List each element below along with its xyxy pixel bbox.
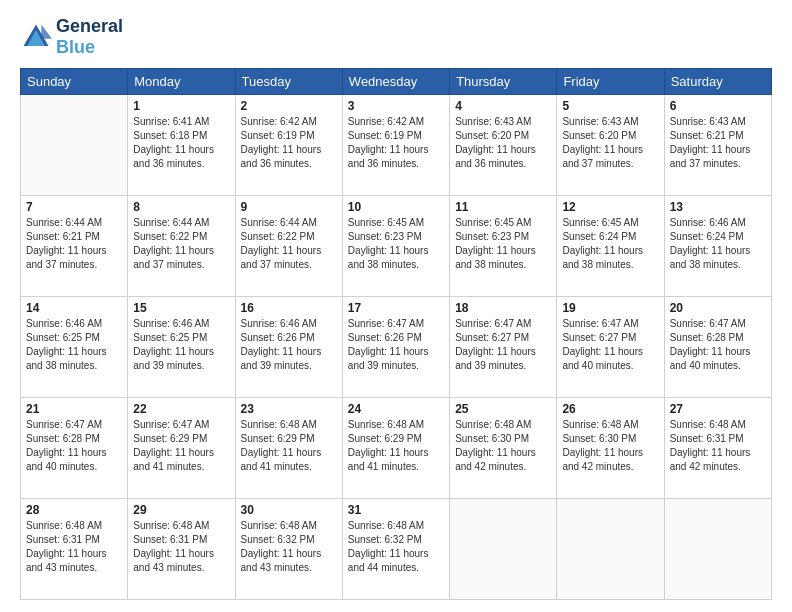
cell-info: Sunrise: 6:43 AM Sunset: 6:21 PM Dayligh… <box>670 115 766 171</box>
calendar-cell: 24Sunrise: 6:48 AM Sunset: 6:29 PM Dayli… <box>342 398 449 499</box>
calendar-header-row: SundayMondayTuesdayWednesdayThursdayFrid… <box>21 69 772 95</box>
day-number: 12 <box>562 200 658 214</box>
cell-info: Sunrise: 6:48 AM Sunset: 6:30 PM Dayligh… <box>455 418 551 474</box>
calendar-cell: 27Sunrise: 6:48 AM Sunset: 6:31 PM Dayli… <box>664 398 771 499</box>
cell-info: Sunrise: 6:48 AM Sunset: 6:32 PM Dayligh… <box>348 519 444 575</box>
calendar-cell: 23Sunrise: 6:48 AM Sunset: 6:29 PM Dayli… <box>235 398 342 499</box>
calendar-cell <box>21 95 128 196</box>
day-number: 18 <box>455 301 551 315</box>
weekday-header: Thursday <box>450 69 557 95</box>
day-number: 4 <box>455 99 551 113</box>
cell-info: Sunrise: 6:47 AM Sunset: 6:28 PM Dayligh… <box>670 317 766 373</box>
day-number: 6 <box>670 99 766 113</box>
cell-info: Sunrise: 6:48 AM Sunset: 6:31 PM Dayligh… <box>670 418 766 474</box>
cell-info: Sunrise: 6:45 AM Sunset: 6:23 PM Dayligh… <box>348 216 444 272</box>
calendar-cell <box>450 499 557 600</box>
cell-info: Sunrise: 6:48 AM Sunset: 6:31 PM Dayligh… <box>133 519 229 575</box>
calendar-cell: 18Sunrise: 6:47 AM Sunset: 6:27 PM Dayli… <box>450 297 557 398</box>
day-number: 15 <box>133 301 229 315</box>
calendar-week-row: 1Sunrise: 6:41 AM Sunset: 6:18 PM Daylig… <box>21 95 772 196</box>
cell-info: Sunrise: 6:48 AM Sunset: 6:30 PM Dayligh… <box>562 418 658 474</box>
calendar-cell: 7Sunrise: 6:44 AM Sunset: 6:21 PM Daylig… <box>21 196 128 297</box>
day-number: 27 <box>670 402 766 416</box>
cell-info: Sunrise: 6:48 AM Sunset: 6:29 PM Dayligh… <box>348 418 444 474</box>
calendar-cell <box>664 499 771 600</box>
calendar-cell: 10Sunrise: 6:45 AM Sunset: 6:23 PM Dayli… <box>342 196 449 297</box>
cell-info: Sunrise: 6:47 AM Sunset: 6:26 PM Dayligh… <box>348 317 444 373</box>
day-number: 23 <box>241 402 337 416</box>
cell-info: Sunrise: 6:44 AM Sunset: 6:22 PM Dayligh… <box>241 216 337 272</box>
calendar-cell: 28Sunrise: 6:48 AM Sunset: 6:31 PM Dayli… <box>21 499 128 600</box>
logo-text: General Blue <box>56 16 123 58</box>
calendar-cell: 20Sunrise: 6:47 AM Sunset: 6:28 PM Dayli… <box>664 297 771 398</box>
day-number: 14 <box>26 301 122 315</box>
day-number: 21 <box>26 402 122 416</box>
calendar-cell: 5Sunrise: 6:43 AM Sunset: 6:20 PM Daylig… <box>557 95 664 196</box>
calendar-cell: 21Sunrise: 6:47 AM Sunset: 6:28 PM Dayli… <box>21 398 128 499</box>
cell-info: Sunrise: 6:48 AM Sunset: 6:31 PM Dayligh… <box>26 519 122 575</box>
day-number: 1 <box>133 99 229 113</box>
svg-marker-2 <box>41 25 52 39</box>
cell-info: Sunrise: 6:48 AM Sunset: 6:29 PM Dayligh… <box>241 418 337 474</box>
calendar-cell: 2Sunrise: 6:42 AM Sunset: 6:19 PM Daylig… <box>235 95 342 196</box>
weekday-header: Monday <box>128 69 235 95</box>
weekday-header: Saturday <box>664 69 771 95</box>
day-number: 30 <box>241 503 337 517</box>
calendar-cell: 1Sunrise: 6:41 AM Sunset: 6:18 PM Daylig… <box>128 95 235 196</box>
calendar-cell: 25Sunrise: 6:48 AM Sunset: 6:30 PM Dayli… <box>450 398 557 499</box>
cell-info: Sunrise: 6:43 AM Sunset: 6:20 PM Dayligh… <box>562 115 658 171</box>
cell-info: Sunrise: 6:47 AM Sunset: 6:27 PM Dayligh… <box>562 317 658 373</box>
day-number: 16 <box>241 301 337 315</box>
cell-info: Sunrise: 6:44 AM Sunset: 6:21 PM Dayligh… <box>26 216 122 272</box>
day-number: 19 <box>562 301 658 315</box>
calendar-cell: 30Sunrise: 6:48 AM Sunset: 6:32 PM Dayli… <box>235 499 342 600</box>
calendar-cell: 16Sunrise: 6:46 AM Sunset: 6:26 PM Dayli… <box>235 297 342 398</box>
day-number: 29 <box>133 503 229 517</box>
day-number: 3 <box>348 99 444 113</box>
day-number: 11 <box>455 200 551 214</box>
cell-info: Sunrise: 6:47 AM Sunset: 6:28 PM Dayligh… <box>26 418 122 474</box>
calendar-cell: 6Sunrise: 6:43 AM Sunset: 6:21 PM Daylig… <box>664 95 771 196</box>
calendar-cell: 17Sunrise: 6:47 AM Sunset: 6:26 PM Dayli… <box>342 297 449 398</box>
header: General Blue <box>20 16 772 58</box>
day-number: 31 <box>348 503 444 517</box>
day-number: 22 <box>133 402 229 416</box>
cell-info: Sunrise: 6:43 AM Sunset: 6:20 PM Dayligh… <box>455 115 551 171</box>
day-number: 26 <box>562 402 658 416</box>
day-number: 7 <box>26 200 122 214</box>
calendar-week-row: 14Sunrise: 6:46 AM Sunset: 6:25 PM Dayli… <box>21 297 772 398</box>
day-number: 28 <box>26 503 122 517</box>
calendar-week-row: 21Sunrise: 6:47 AM Sunset: 6:28 PM Dayli… <box>21 398 772 499</box>
calendar-cell: 14Sunrise: 6:46 AM Sunset: 6:25 PM Dayli… <box>21 297 128 398</box>
cell-info: Sunrise: 6:42 AM Sunset: 6:19 PM Dayligh… <box>241 115 337 171</box>
calendar-cell: 11Sunrise: 6:45 AM Sunset: 6:23 PM Dayli… <box>450 196 557 297</box>
day-number: 13 <box>670 200 766 214</box>
weekday-header: Tuesday <box>235 69 342 95</box>
cell-info: Sunrise: 6:47 AM Sunset: 6:27 PM Dayligh… <box>455 317 551 373</box>
calendar-cell <box>557 499 664 600</box>
day-number: 25 <box>455 402 551 416</box>
day-number: 2 <box>241 99 337 113</box>
cell-info: Sunrise: 6:44 AM Sunset: 6:22 PM Dayligh… <box>133 216 229 272</box>
day-number: 5 <box>562 99 658 113</box>
day-number: 9 <box>241 200 337 214</box>
calendar-table: SundayMondayTuesdayWednesdayThursdayFrid… <box>20 68 772 600</box>
cell-info: Sunrise: 6:48 AM Sunset: 6:32 PM Dayligh… <box>241 519 337 575</box>
cell-info: Sunrise: 6:46 AM Sunset: 6:25 PM Dayligh… <box>26 317 122 373</box>
page: General Blue SundayMondayTuesdayWednesda… <box>0 0 792 612</box>
weekday-header: Wednesday <box>342 69 449 95</box>
cell-info: Sunrise: 6:45 AM Sunset: 6:24 PM Dayligh… <box>562 216 658 272</box>
calendar-cell: 31Sunrise: 6:48 AM Sunset: 6:32 PM Dayli… <box>342 499 449 600</box>
calendar-cell: 22Sunrise: 6:47 AM Sunset: 6:29 PM Dayli… <box>128 398 235 499</box>
calendar-cell: 8Sunrise: 6:44 AM Sunset: 6:22 PM Daylig… <box>128 196 235 297</box>
calendar-cell: 13Sunrise: 6:46 AM Sunset: 6:24 PM Dayli… <box>664 196 771 297</box>
day-number: 10 <box>348 200 444 214</box>
cell-info: Sunrise: 6:47 AM Sunset: 6:29 PM Dayligh… <box>133 418 229 474</box>
calendar-cell: 4Sunrise: 6:43 AM Sunset: 6:20 PM Daylig… <box>450 95 557 196</box>
calendar-cell: 3Sunrise: 6:42 AM Sunset: 6:19 PM Daylig… <box>342 95 449 196</box>
calendar-week-row: 28Sunrise: 6:48 AM Sunset: 6:31 PM Dayli… <box>21 499 772 600</box>
weekday-header: Friday <box>557 69 664 95</box>
day-number: 20 <box>670 301 766 315</box>
calendar-cell: 19Sunrise: 6:47 AM Sunset: 6:27 PM Dayli… <box>557 297 664 398</box>
day-number: 8 <box>133 200 229 214</box>
